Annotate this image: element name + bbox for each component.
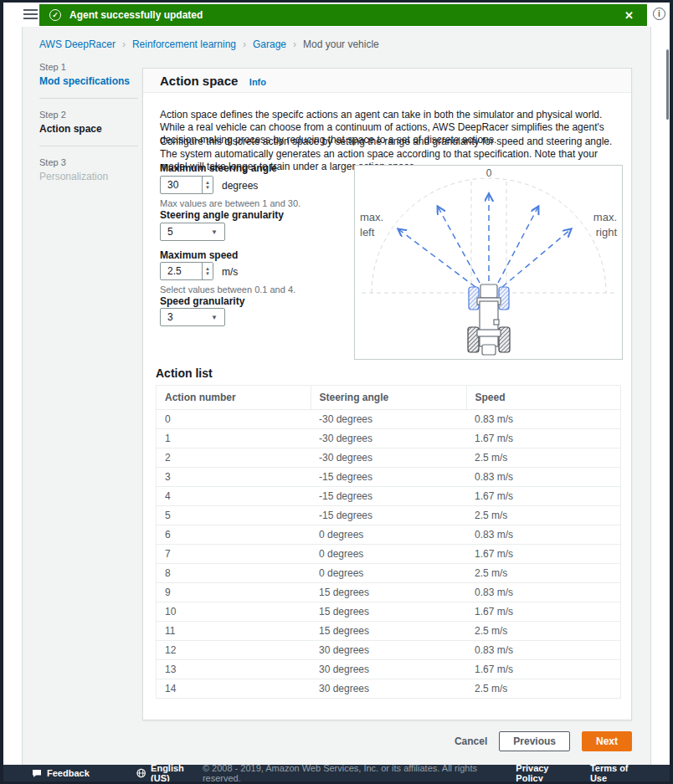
car-tail	[482, 345, 496, 355]
cell-steering-angle: 15 degrees	[311, 621, 466, 640]
breadcrumb: AWS DeepRacer›Reinforcement learning›Gar…	[39, 38, 379, 50]
cell-speed: 0.83 m/s	[466, 640, 620, 659]
table-row: 1 -30 degrees 1.67 m/s	[157, 428, 620, 448]
step-1-number: Step 1	[39, 62, 138, 72]
cell-steering-angle: -30 degrees	[311, 448, 466, 467]
console-footer: Feedback English (US) © 2008 - 2019, Ama…	[3, 765, 670, 781]
cell-speed: 0.83 m/s	[466, 525, 620, 544]
cell-action-number: 3	[157, 467, 311, 486]
chevron-down-icon: ▼	[211, 314, 218, 321]
cell-steering-angle: 0 degrees	[311, 563, 466, 582]
car-detail	[494, 320, 499, 325]
cell-speed: 1.67 m/s	[466, 602, 620, 621]
step-1-mod-specifications[interactable]: Mod specifications	[39, 75, 138, 87]
collapsed-left-nav[interactable]	[3, 27, 23, 765]
speed-granularity-value: 3	[167, 311, 173, 323]
divider	[39, 98, 138, 99]
language-selector[interactable]: English (US)	[136, 763, 203, 781]
max-right-label-line1: max.	[593, 211, 617, 223]
max-speed-help-text: Select values between 0.1 and 4.	[160, 284, 295, 295]
max-left-label-line2: left	[360, 226, 375, 238]
car-nose	[480, 284, 497, 298]
max-steering-help-text: Max values are between 1 and 30.	[160, 198, 301, 208]
previous-button[interactable]: Previous	[499, 731, 570, 751]
cell-steering-angle: -15 degrees	[311, 467, 466, 486]
top-bar: ✓ Agent successfully updated ✕ i	[3, 3, 670, 27]
cell-steering-angle: 0 degrees	[311, 525, 466, 544]
cell-steering-angle: -30 degrees	[311, 428, 466, 448]
flash-message: Agent successfully updated	[69, 9, 203, 21]
table-row: 11 15 degrees 2.5 m/s	[157, 621, 620, 640]
menu-hamburger-icon[interactable]	[23, 9, 38, 21]
copyright-text: © 2008 - 2019, Amazon Web Services, Inc.…	[203, 763, 501, 781]
table-row: 8 0 degrees 2.5 m/s	[157, 563, 620, 582]
terms-of-use-link[interactable]: Terms of Use	[590, 763, 645, 781]
cell-speed: 1.67 m/s	[466, 428, 620, 448]
feedback-button[interactable]: Feedback	[32, 768, 90, 778]
speed-unit-label: m/s	[222, 266, 238, 278]
table-row: 9 15 degrees 0.83 m/s	[157, 582, 620, 602]
col-header-steering-angle: Steering angle	[311, 386, 466, 409]
table-row: 14 30 degrees 2.5 m/s	[157, 679, 620, 698]
action-list-table-container: Action number Steering angle Speed 0 -30…	[156, 385, 621, 699]
collapsed-help-panel[interactable]	[650, 27, 670, 765]
steering-granularity-select[interactable]: 5 ▼	[160, 223, 225, 241]
cell-action-number: 8	[157, 563, 311, 582]
cell-speed: 0.83 m/s	[466, 467, 620, 486]
info-link[interactable]: Info	[249, 77, 266, 87]
cell-action-number: 6	[157, 525, 311, 544]
cell-steering-angle: 15 degrees	[311, 602, 466, 621]
stepper-arrows-icon[interactable]: ▲▼	[202, 177, 213, 193]
panel-header: Action space Info	[143, 69, 631, 93]
cell-action-number: 9	[157, 582, 311, 602]
col-header-action-number: Action number	[157, 386, 311, 409]
table-row: 6 0 degrees 0.83 m/s	[157, 525, 620, 544]
success-flashbar: ✓ Agent successfully updated ✕	[39, 4, 647, 26]
max-speed-field: ▲▼	[160, 262, 213, 280]
table-row: 7 0 degrees 1.67 m/s	[157, 544, 620, 563]
cell-speed: 0.83 m/s	[466, 409, 620, 428]
cell-steering-angle: 30 degrees	[311, 659, 466, 679]
cell-speed: 2.5 m/s	[466, 621, 620, 640]
feedback-bubble-icon	[32, 769, 42, 778]
breadcrumb-aws-deepracer[interactable]: AWS DeepRacer	[39, 38, 116, 50]
speed-granularity-select[interactable]: 3 ▼	[160, 308, 225, 326]
step-3-number: Step 3	[39, 157, 138, 167]
cell-speed: 2.5 m/s	[466, 505, 620, 525]
breadcrumb-current: Mod your vehicle	[303, 38, 379, 50]
cell-speed: 2.5 m/s	[466, 563, 620, 582]
cell-action-number: 5	[157, 505, 311, 525]
scrollbar-thumb[interactable]	[666, 49, 669, 120]
stepper-arrows-icon[interactable]: ▲▼	[202, 263, 213, 279]
steering-granularity-label: Steering angle granularity	[160, 209, 284, 221]
speed-granularity-label: Speed granularity	[160, 295, 244, 307]
action-list-title: Action list	[156, 366, 213, 380]
cell-action-number: 0	[157, 409, 311, 428]
cell-action-number: 1	[157, 428, 311, 448]
cancel-button[interactable]: Cancel	[455, 735, 487, 747]
step-2-number: Step 2	[39, 110, 138, 120]
flash-close-icon[interactable]: ✕	[621, 9, 637, 22]
chevron-down-icon: ▼	[211, 228, 218, 236]
cell-action-number: 10	[157, 602, 311, 621]
breadcrumb-reinforcement-learning[interactable]: Reinforcement learning	[132, 38, 236, 50]
action-table-body: 0 -30 degrees 0.83 m/s 1 -30 degrees 1.6…	[157, 409, 620, 698]
breadcrumb-garage[interactable]: Garage	[253, 38, 286, 50]
globe-icon	[136, 768, 146, 778]
help-panel-info-icon[interactable]: i	[653, 8, 665, 20]
action-space-panel: Action space Info Action space defines t…	[142, 68, 632, 720]
cell-action-number: 11	[157, 621, 311, 640]
privacy-policy-link[interactable]: Privacy Policy	[516, 763, 575, 781]
cell-action-number: 2	[157, 448, 311, 467]
max-steering-angle-field: ▲▼	[160, 176, 213, 194]
cell-speed: 1.67 m/s	[466, 486, 620, 505]
arrow-max-right	[502, 229, 571, 287]
table-row: 12 30 degrees 0.83 m/s	[157, 640, 620, 659]
cell-action-number: 14	[157, 679, 311, 698]
next-button[interactable]: Next	[582, 731, 632, 751]
arrow-right-30	[498, 207, 538, 283]
step-3-personalization: Personalization	[39, 171, 138, 182]
arrow-left-30	[438, 207, 480, 283]
degrees-unit-label: degrees	[222, 180, 258, 192]
table-row: 5 -15 degrees 2.5 m/s	[157, 505, 620, 525]
